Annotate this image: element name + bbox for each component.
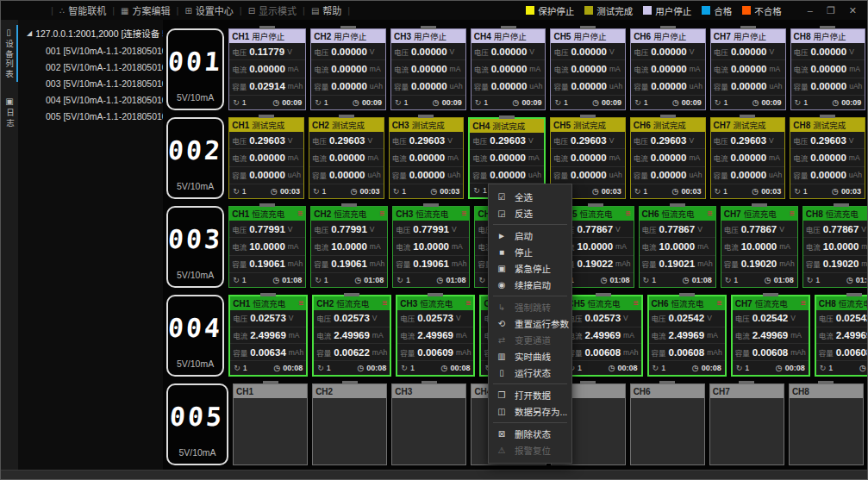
channel-card[interactable]: CH3恒流充电≡电压0.77991V电流10.0000mA容量0.19061mA… [392, 206, 470, 288]
clock-icon: ◷ [272, 98, 279, 107]
side-tab-1[interactable]: ▯设备列表 [1, 25, 18, 82]
channel-card[interactable]: CH3 [391, 383, 466, 465]
channel-card[interactable]: CH2恒流充电≡电压0.77991V电流10.0000mA容量0.19061mA… [310, 206, 388, 288]
menu-item-5[interactable]: ▤帮助 [305, 1, 347, 20]
device-id: 001 [165, 30, 224, 92]
context-menu-item[interactable]: ⊠删除状态 [489, 426, 571, 442]
channel-card[interactable]: CH8 [789, 383, 864, 465]
context-menu-item[interactable]: ❐打开数据 [489, 387, 571, 403]
current-row: 电流0.00000mA [229, 60, 305, 78]
channel-card[interactable]: CH7测试完成电压0.29603V电流0.00000mA容量0.00000uAh… [710, 117, 786, 199]
channel-card[interactable]: CH2用户停止电压0.00000V电流0.00000mA容量0.00000uAh… [310, 28, 386, 110]
channel-card[interactable]: CH3测试完成电压0.29603V电流0.00000mA容量0.00000uAh… [389, 117, 465, 199]
capacity-label: 容量 [553, 81, 568, 91]
menu-item-1[interactable]: ∴智能联机 [53, 1, 112, 20]
current-row: 电流2.49969mA [397, 327, 473, 345]
context-menu-item[interactable]: ◲反选 [489, 205, 571, 221]
channel-card[interactable]: CH3用户停止电压0.00000V电流0.00000mA容量0.00000uAh… [390, 28, 466, 110]
capacity-row: 容量0.19061mAh [229, 256, 305, 273]
time-value: 00:03 [602, 187, 621, 196]
device-badge[interactable]: 0035V/10mA [166, 206, 224, 288]
channel-card[interactable]: CH7 [709, 383, 784, 465]
current-row: 电流0.00000mA [790, 149, 865, 166]
minimize-button[interactable]: – [808, 5, 813, 16]
context-menu-item-label: 报警复位 [515, 444, 551, 457]
channel-card[interactable]: CH1用户停止电压0.11779V电流0.00000mA容量0.02914mAh… [228, 28, 306, 110]
device-badge[interactable]: 0055V/10mA [166, 383, 228, 465]
channel-card[interactable]: CH6 [630, 383, 705, 465]
close-button[interactable]: ✕ [849, 5, 857, 16]
channel-card[interactable]: CH2 [312, 383, 387, 465]
context-menu-item[interactable]: ◉续接启动 [489, 277, 571, 293]
menu-item-2[interactable]: ▦方案编辑 [115, 1, 176, 20]
current-label: 电流 [394, 64, 409, 74]
menu-item-3[interactable]: ⊞设置中心 [178, 1, 239, 20]
capacity-label: 容量 [642, 259, 657, 269]
voltage-unit: V [697, 225, 703, 234]
clock-icon: ◷ [765, 276, 771, 284]
channel-card[interactable]: CH1恒流充电≡电压0.02573V电流2.49969mA容量0.00634mA… [228, 295, 308, 377]
channel-card[interactable]: CH2恒流充电≡电压0.02573V电流2.49969mA容量0.00622mA… [312, 295, 391, 377]
voltage-label: 电压 [474, 47, 489, 57]
menu-item-4[interactable]: ⊟显示模式 [242, 1, 303, 20]
channel-card[interactable]: CH2测试完成电压0.29603V电流0.00000mA容量0.00000uAh… [309, 117, 384, 199]
voltage-value: 0.00000 [651, 47, 687, 57]
channel-card[interactable]: CH4用户停止电压0.00000V电流0.00000mA容量0.00000uAh… [471, 28, 546, 110]
elapsed-time: ◷01:08 [272, 276, 302, 284]
channel-card[interactable]: CH8恒流充电≡电压0.77867V电流10.0000mA容量0.19020mA… [802, 206, 867, 288]
channel-card[interactable]: CH7用户停止电压0.00000V电流0.00000mA容量0.00000uAh… [710, 28, 786, 110]
device-badge[interactable]: 0015V/10mA [166, 28, 224, 110]
context-menu-item[interactable]: ☑全选 [489, 189, 571, 205]
context-menu-item[interactable]: ▥实时曲线 [489, 348, 571, 365]
capacity-value: 0.00000 [731, 170, 767, 180]
loop-icon: ↻ [643, 276, 650, 284]
side-tab-2[interactable]: ▣日志 [1, 94, 18, 131]
context-menu-item[interactable]: ►启动 [489, 228, 571, 244]
voltage-label: 电压 [793, 135, 808, 146]
context-menu-item[interactable]: ⟲重置运行参数 [489, 315, 571, 332]
voltage-row: 电压0.77867V [803, 221, 867, 238]
current-row: 电流2.49969mA [649, 327, 725, 345]
channel-card[interactable]: CH8用户停止电压0.00000V电流0.00000mA容量0.00000uAh… [790, 28, 866, 110]
tree-device-node[interactable]: 001 [5V/10mA-1.1-20180501001] [20, 42, 161, 59]
channel-card[interactable]: CH6测试完成电压0.29603V电流0.00000mA容量0.00000uAh… [630, 117, 706, 199]
restore-button[interactable]: ❐ [827, 5, 835, 16]
channel-card[interactable]: CH1 [233, 383, 308, 465]
channel-card[interactable]: CH7恒流充电≡电压0.02542V电流2.49969mA容量0.00608mA… [731, 295, 810, 377]
device-badge[interactable]: 0025V/10mA [166, 117, 224, 199]
channel-card[interactable]: CH1测试完成电压0.29603V电流0.00000mA容量0.00000uAh… [228, 117, 304, 199]
capacity-value: 0.00000 [491, 81, 528, 91]
channel-card[interactable]: CH3恒流充电≡电压0.02573V电流2.49969mA容量0.00609mA… [396, 295, 475, 377]
channel-card[interactable]: CH7恒流充电≡电压0.77867V电流10.0000mA容量0.19020mA… [721, 206, 798, 288]
channel-name: CH8 [806, 209, 823, 219]
channel-card-header: CH7 [710, 384, 784, 398]
tree-device-node[interactable]: 003 [5V/10mA-1.1-20180501003] [20, 75, 161, 91]
context-menu-item[interactable]: ▣紧急停止 [489, 260, 571, 277]
tree-root-node[interactable]: ◢ 127.0.0.1:2001,2000 [连接设备 5 台] [20, 24, 161, 42]
channel-card[interactable]: CH5用户停止电压0.00000V电流0.00000mA容量0.00000uAh… [550, 28, 626, 110]
channel-card[interactable]: CH6恒流充电≡电压0.02542V电流2.49969mA容量0.00608mA… [647, 295, 727, 377]
capacity-row: 容量0.00608mAh [565, 344, 641, 361]
device-spec: 5V/10mA [177, 181, 214, 191]
context-menu-item[interactable]: ▯运行状态 [489, 365, 571, 381]
tree-root-label: 127.0.0.1:2001,2000 [连接设备 5 台] [35, 27, 163, 40]
tree-device-node[interactable]: 005 [5V/10mA-1.1-20180501005] [20, 108, 161, 124]
channel-card[interactable]: CH6恒流充电≡电压0.77867V电流10.0000mA容量0.19021mA… [639, 206, 716, 288]
channel-card[interactable]: CH8测试完成电压0.29603V电流0.00000mA容量0.00000uAh… [790, 117, 865, 199]
tree-expander-icon[interactable]: ◢ [27, 29, 32, 37]
tree-device-node[interactable]: 002 [5V/10mA-1.1-20180501002] [20, 59, 161, 75]
charging-icon: ≡ [297, 209, 303, 218]
context-menu-item[interactable]: ■停止 [489, 244, 571, 260]
channel-status-label: 测试完成 [492, 120, 525, 132]
channel-card-header: CH1测试完成 [229, 118, 303, 132]
channel-card[interactable]: CH8恒流充电≡电压0.02542V电流2.49969mA容量0.00608mA… [815, 295, 867, 377]
voltage-row: 电压0.02573V [230, 310, 306, 327]
channel-card[interactable]: CH5恒流充电≡电压0.02573V电流2.49969mA容量0.00608mA… [564, 295, 643, 377]
context-menu-item[interactable]: ◫数据另存为... [489, 403, 571, 420]
current-value: 10.0000 [413, 241, 449, 252]
channel-card[interactable]: CH6用户停止电压0.00000V电流0.00000mA容量0.00000uAh… [630, 28, 706, 110]
clock-icon: ◷ [776, 364, 783, 372]
tree-device-node[interactable]: 004 [5V/10mA-1.1-20180501004] [20, 91, 161, 108]
device-badge[interactable]: 0045V/10mA [166, 295, 224, 377]
channel-card[interactable]: CH1恒流充电≡电压0.77991V电流10.0000mA容量0.19061mA… [228, 206, 306, 288]
